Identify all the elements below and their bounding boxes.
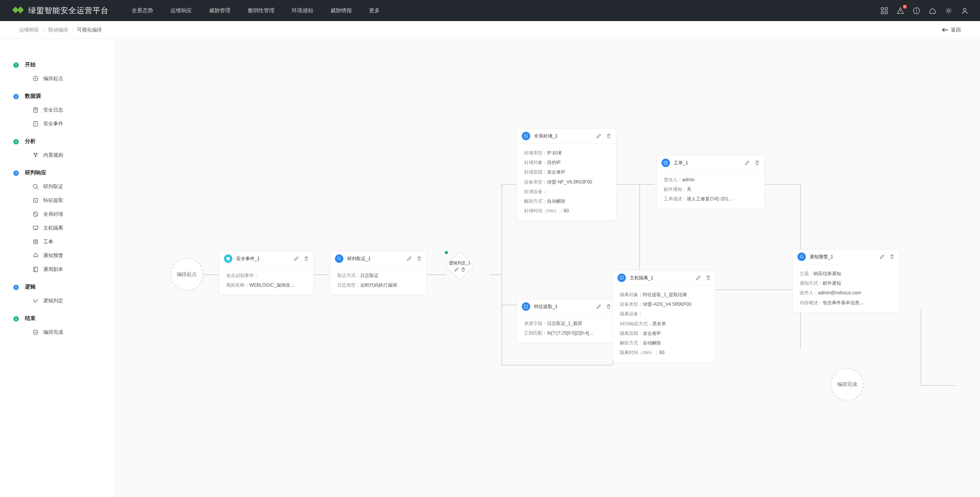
gear-icon[interactable]: [945, 7, 952, 15]
alert-badge: 0: [903, 5, 907, 9]
palette-security-event[interactable]: 安全事件: [33, 120, 105, 127]
section-title: 结束: [25, 315, 105, 322]
node-end[interactable]: 编排完成: [831, 368, 864, 401]
security-event-icon: [224, 254, 232, 263]
delete-icon[interactable]: [461, 267, 466, 272]
delete-icon[interactable]: [416, 256, 422, 261]
svg-rect-1: [885, 8, 887, 10]
nav-threat-mgmt[interactable]: 威胁管理: [209, 7, 230, 14]
section-num: 3: [13, 139, 19, 144]
section-title: 开始: [25, 61, 105, 68]
palette-end-node[interactable]: 编排完成: [33, 329, 105, 336]
section-response: 4 研判响应 研判取证 特征提取 全局封堵 主机隔离 工单 通知预警 通用剧本: [10, 169, 105, 273]
svg-point-40: [338, 257, 340, 260]
alert-icon[interactable]: 0: [897, 7, 904, 15]
edit-icon[interactable]: [696, 275, 701, 280]
card-title: 工单_1: [674, 160, 741, 166]
palette-playbook[interactable]: 通用剧本: [33, 266, 105, 273]
svg-rect-35: [34, 240, 38, 244]
palette-builtin-rule[interactable]: 内置规则: [33, 152, 105, 159]
svg-rect-36: [34, 267, 38, 272]
delete-icon[interactable]: [755, 160, 760, 166]
item-label: 编排完成: [43, 329, 63, 336]
node-label: 编排完成: [837, 381, 857, 388]
item-label: 全局封堵: [43, 211, 63, 218]
extract-icon: [522, 302, 530, 311]
edit-icon[interactable]: [879, 254, 885, 259]
back-button[interactable]: 返回: [942, 26, 961, 33]
info-icon[interactable]: [913, 7, 920, 15]
edit-icon[interactable]: [454, 267, 459, 272]
svg-point-9: [964, 8, 966, 11]
palette-start-node[interactable]: 编排起点: [33, 75, 105, 82]
delete-icon[interactable]: [606, 133, 611, 139]
section-title: 研判响应: [25, 169, 105, 176]
edit-icon[interactable]: [407, 256, 412, 261]
separator: /: [72, 27, 74, 33]
delete-icon[interactable]: [889, 254, 895, 259]
main-nav: 全景态势 运维响应 威胁管理 脆弱性管理 环境感知 威胁情报 更多: [132, 7, 380, 14]
breadcrumb-l1[interactable]: 运维响应: [19, 26, 39, 33]
breadcrumb-l2[interactable]: 联动编排: [48, 26, 68, 33]
svg-rect-47: [664, 161, 667, 164]
svg-point-27: [35, 156, 36, 157]
app-header: 绿盟智能安全运营平台 全景态势 运维响应 威胁管理 脆弱性管理 环境感知 威胁情…: [0, 0, 980, 21]
palette-ticket[interactable]: 工单: [33, 238, 105, 245]
palette-notify[interactable]: 通知预警: [33, 252, 105, 259]
section-num: 1: [13, 62, 19, 68]
edit-icon[interactable]: [745, 160, 750, 166]
edit-icon[interactable]: [596, 133, 601, 139]
nav-more[interactable]: 更多: [369, 7, 380, 14]
user-icon[interactable]: [961, 7, 969, 15]
delete-icon[interactable]: [304, 256, 309, 261]
nav-env-aware[interactable]: 环境感知: [292, 7, 313, 14]
node-host-isolate[interactable]: 主机隔离_1 隔离对象特征提取_1_提取结果 设备类型绿盟-ADS_V4.5R9…: [612, 270, 716, 362]
delete-icon[interactable]: [606, 304, 611, 309]
palette-evidence[interactable]: 研判取证: [33, 183, 105, 190]
bell-icon: [797, 253, 806, 261]
search-icon: [335, 254, 343, 263]
svg-line-41: [340, 259, 341, 261]
card-title: 研判取证_1: [347, 256, 403, 262]
section-title: 数据源: [25, 93, 105, 100]
card-body: 攻击识别事件 规则名称WEBLOGIC_漏洞攻…: [219, 266, 314, 295]
home-icon[interactable]: [929, 7, 936, 15]
svg-rect-44: [524, 305, 528, 308]
item-label: 安全日志: [43, 107, 63, 113]
nav-threat-intel[interactable]: 威胁情报: [330, 7, 352, 14]
palette-logic-judge[interactable]: 逻辑判定: [33, 297, 105, 304]
edit-icon[interactable]: [294, 256, 299, 261]
flow-canvas[interactable]: 编排起点 安全事件_1 攻击识别事件 规则名称WEBLOGIC_漏洞攻… 研判取…: [115, 40, 980, 497]
edit-icon[interactable]: [596, 304, 601, 309]
node-global-block[interactable]: 全局封堵_1 封堵类型IP 封堵 封堵对象目的IP 封堵原因攻击者IP 设备类型…: [517, 128, 616, 221]
monitor-icon: [617, 274, 626, 282]
nav-vuln-mgmt[interactable]: 脆弱性管理: [248, 7, 274, 14]
palette-feature-extract[interactable]: 特征提取: [33, 197, 105, 204]
node-ticket[interactable]: 工单_1 责任人admin 邮件通知关 工单描述请人工修复CVE-201…: [657, 155, 765, 209]
svg-line-43: [525, 135, 527, 137]
svg-rect-33: [33, 226, 38, 229]
node-start[interactable]: 编排起点: [170, 258, 203, 291]
apps-icon[interactable]: [880, 7, 888, 15]
node-logic-judge[interactable]: 逻辑判定_1: [446, 253, 473, 279]
node-notify[interactable]: 通知预警_1 主题响应结果通知 通知方式邮件通知 收件人admin@nsfocu…: [792, 249, 900, 313]
item-label: 通用剧本: [43, 266, 63, 273]
svg-line-29: [37, 188, 38, 189]
palette-security-log[interactable]: 安全日志: [33, 107, 105, 113]
item-label: 特征提取: [43, 197, 63, 204]
section-start: 1 开始 编排起点: [10, 61, 105, 82]
node-feature-extract[interactable]: 特征提取_1 来源字段日志取证_1_载荷 正则匹配\b(?:(?:25[0-5]…: [517, 299, 616, 343]
node-label: 逻辑判定_1: [449, 260, 470, 266]
breadcrumb: 运维响应 / 联动编排 / 可视化编排 返回: [0, 21, 980, 39]
nav-panorama[interactable]: 全景态势: [132, 7, 153, 14]
brand-logo-icon: [11, 5, 24, 16]
node-evidence[interactable]: 研判取证_1 取证方式日志取证 日志类型远程代码执行漏洞: [330, 251, 427, 295]
section-analysis: 3 分析 内置规则: [10, 138, 105, 159]
card-body: 隔离对象特征提取_1_提取结果 设备类型绿盟-ADS_V4.5R90F00 隔离…: [613, 285, 715, 362]
palette-global-block[interactable]: 全局封堵: [33, 211, 105, 218]
palette-host-isolate[interactable]: 主机隔离: [33, 225, 105, 231]
delete-icon[interactable]: [706, 275, 711, 280]
node-security-event[interactable]: 安全事件_1 攻击识别事件 规则名称WEBLOGIC_漏洞攻…: [219, 251, 314, 295]
nav-ops-response[interactable]: 运维响应: [170, 7, 192, 14]
section-title: 逻辑: [25, 284, 105, 290]
